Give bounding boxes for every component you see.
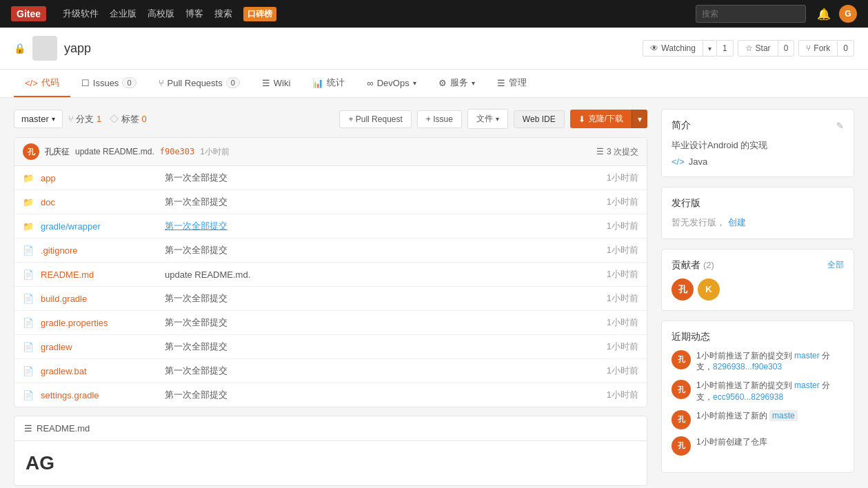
nav-link-blog[interactable]: 博客	[185, 8, 203, 20]
file-name[interactable]: gradlew	[41, 342, 165, 352]
file-name[interactable]: gradle/wrapper	[41, 221, 165, 232]
file-commit: 第一次全部提交	[165, 292, 607, 305]
file-name[interactable]: gradlew.bat	[41, 366, 165, 376]
issues-badge: 0	[122, 77, 136, 88]
webide-button[interactable]: Web IDE	[514, 110, 565, 128]
file-button[interactable]: 文件 ▾	[467, 109, 508, 129]
promo-badge[interactable]: 口碑榜	[243, 7, 276, 21]
tag-count: ◇ 标签 0	[110, 113, 146, 125]
file-table: 孔 孔庆征 update README.md. f90e303 1小时前 ☰ 3…	[14, 137, 647, 407]
readme-header: ☰ README.md	[14, 416, 647, 441]
intro-desc: 毕业设计Android 的实现	[672, 139, 844, 152]
tab-services[interactable]: ⚙ 服务 ▾	[427, 70, 486, 97]
contributor-avatar-1[interactable]: K	[698, 278, 720, 301]
watching-button[interactable]: 👁 Watching	[643, 40, 703, 57]
tab-pullrequests[interactable]: ⑂ Pull Requests 0	[148, 70, 251, 96]
activity-hash-link-1[interactable]: ecc9560...8296938	[713, 392, 783, 402]
watching-label: Watching	[661, 43, 696, 53]
code-tab-icon: </>	[25, 78, 38, 88]
readme-icon: ☰	[24, 423, 32, 434]
activity-branch-link-1[interactable]: master	[794, 380, 820, 390]
file-icon: 📄	[23, 245, 37, 256]
activity-text-3: 1小时前创建了仓库	[696, 436, 767, 448]
activity-title: 近期动态	[672, 331, 710, 343]
tab-issues[interactable]: ☐ Issues 0	[70, 70, 148, 96]
file-time: 1小时前	[607, 268, 638, 281]
tab-devops[interactable]: ∞ DevOps ▾	[356, 71, 427, 96]
file-name[interactable]: settings.gradle	[41, 390, 165, 400]
file-name[interactable]: .gitignore	[41, 245, 165, 256]
file-commit: 第一次全部提交	[165, 220, 607, 232]
tab-manage[interactable]: ☰ 管理	[486, 70, 538, 97]
services-caret: ▾	[472, 79, 475, 87]
table-row: 📁 doc 第一次全部提交 1小时前	[14, 190, 647, 214]
contributors-all-link[interactable]: 全部	[827, 259, 844, 271]
stats-tab-icon: 📊	[312, 78, 323, 88]
notification-icon[interactable]: 🔔	[817, 8, 831, 21]
readme-title: AG	[26, 452, 54, 474]
watching-dropdown[interactable]: ▾	[703, 40, 717, 57]
sidebar-release-header: 发行版	[672, 197, 844, 210]
contributor-avatar-0[interactable]: 孔	[672, 278, 694, 301]
tab-stats[interactable]: 📊 统计	[301, 70, 356, 97]
file-icon: 📄	[23, 390, 37, 400]
commit-link[interactable]: 第一次全部提交	[165, 221, 228, 231]
search-input[interactable]	[696, 5, 806, 23]
activity-text-2: 1小时前推送了新的 maste	[696, 410, 798, 422]
file-name[interactable]: gradle.properties	[41, 318, 165, 328]
table-row: 📁 gradle/wrapper 第一次全部提交 1小时前	[14, 214, 647, 238]
tab-issues-label: Issues	[93, 78, 119, 88]
file-name[interactable]: build.gradle	[41, 294, 165, 304]
intro-title: 简介	[672, 119, 691, 132]
nav-link-upgrade[interactable]: 升级软件	[63, 8, 99, 20]
fork-button[interactable]: ⑂ Fork	[798, 40, 838, 57]
commit-count-label: 3 次提交	[607, 146, 638, 158]
file-chevron: ▾	[496, 115, 499, 123]
pull-request-button[interactable]: + Pull Request	[339, 110, 411, 128]
repo-actions: 👁 Watching ▾ 1 ☆ Star 0 ⑂ Fork 0	[643, 40, 854, 57]
repo-avatar	[32, 36, 57, 61]
commit-hash[interactable]: f90e303	[160, 147, 195, 156]
sidebar-release: 发行版 暂无发行版， 创建	[661, 187, 854, 239]
file-commit: 第一次全部提交	[165, 196, 607, 208]
tag-count-label: 标签	[121, 114, 139, 124]
branch-info: ⑂ 分支 1 ◇ 标签 0	[68, 113, 147, 125]
file-name[interactable]: README.md	[41, 270, 165, 280]
devops-tab-icon: ∞	[367, 78, 373, 88]
branch-count: ⑂ 分支 1	[68, 113, 101, 125]
file-commit: 第一次全部提交	[165, 365, 607, 377]
branch-tag[interactable]: maste	[769, 410, 798, 421]
table-row: 📄 README.md update README.md. 1小时前	[14, 263, 647, 287]
branch-selector[interactable]: master ▾	[14, 110, 63, 128]
file-time: 1小时前	[607, 316, 638, 329]
activity-branch-link[interactable]: master	[794, 351, 820, 360]
branch-count-value: 1	[97, 114, 101, 124]
fork-label: Fork	[814, 43, 830, 53]
manage-tab-icon: ☰	[497, 78, 505, 88]
readme-body: AG	[14, 441, 647, 485]
release-create-link[interactable]: 创建	[728, 217, 746, 227]
file-commit: update README.md.	[165, 270, 607, 280]
lang-icon: </>	[672, 156, 685, 167]
pr-badge: 0	[226, 77, 240, 88]
user-avatar[interactable]: G	[839, 5, 857, 23]
tab-services-label: 服务	[450, 77, 468, 89]
logo[interactable]: Gitee	[11, 6, 46, 21]
nav-link-explore[interactable]: 搜索	[214, 8, 232, 20]
readme-section: ☰ README.md AG	[14, 416, 647, 486]
devops-caret: ▾	[413, 79, 416, 87]
edit-icon[interactable]: ✎	[836, 121, 844, 131]
file-time: 1小时前	[607, 292, 638, 305]
star-button[interactable]: ☆ Star	[738, 40, 778, 57]
nav-link-edu[interactable]: 高校版	[148, 8, 174, 20]
file-name[interactable]: app	[41, 173, 165, 183]
tab-code[interactable]: </> 代码	[14, 70, 70, 97]
activity-avatar-1: 孔	[672, 380, 691, 399]
activity-hash-link[interactable]: 8296938...f90e303	[713, 362, 782, 372]
issue-button[interactable]: + Issue	[417, 110, 462, 128]
nav-link-enterprise[interactable]: 企业版	[110, 8, 137, 20]
tab-wiki[interactable]: ☰ Wiki	[251, 71, 302, 96]
clone-dropdown[interactable]: ▾	[632, 110, 647, 128]
file-name[interactable]: doc	[41, 197, 165, 207]
clone-button[interactable]: ⬇ 克隆/下载	[570, 110, 632, 128]
